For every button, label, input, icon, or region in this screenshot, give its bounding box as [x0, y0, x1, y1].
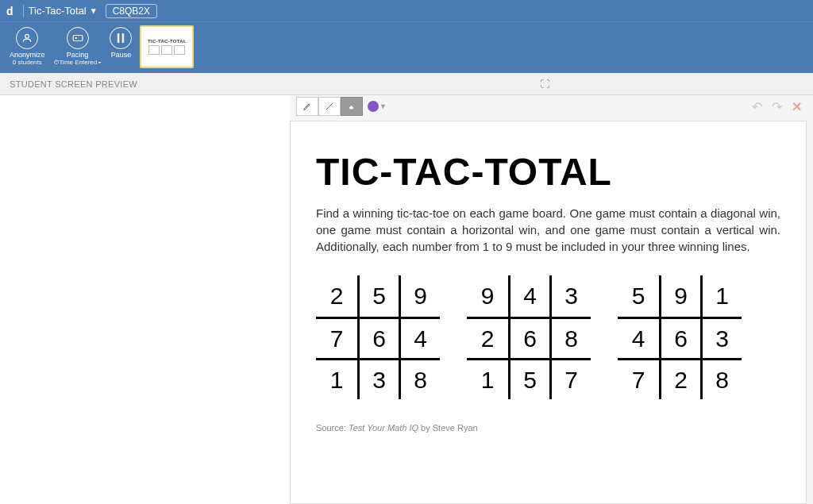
source-book: Test Your Math IQ [349, 423, 418, 433]
slide-canvas[interactable]: TIC-TAC-TOTAL Find a winning tic-tac-toe… [290, 121, 807, 504]
pause-sublabel [120, 59, 121, 66]
board-cell: 2 [316, 275, 357, 317]
source-citation: Source: Test Your Math IQ by Steve Ryan [316, 423, 780, 433]
board-cell: 7 [549, 358, 591, 399]
right-pane: ▼ ↶ ↷ ✕ TIC-TAC-TOTAL Find a winning tic… [290, 95, 813, 504]
board-cell: 3 [549, 275, 591, 317]
board-cell: 9 [659, 275, 700, 317]
board-cell: 3 [700, 317, 742, 358]
anonymize-button[interactable]: Anonymize 0 students [6, 25, 48, 67]
source-prefix: Source: [316, 423, 349, 433]
board-cell: 4 [508, 275, 549, 317]
board-cell: 1 [467, 358, 508, 399]
line-tool[interactable] [318, 97, 341, 116]
slide-title: TIC-TAC-TOTAL [316, 150, 780, 194]
game-board-1: 2 5 9 7 6 4 1 3 8 [316, 275, 440, 399]
subheader: STUDENT SCREEN PREVIEW ⛶ [0, 73, 813, 95]
svg-rect-3 [118, 33, 120, 43]
slide-thumbnail[interactable]: TIC-TAC-TOTAL [140, 25, 194, 68]
app-logo[interactable]: d [6, 5, 13, 17]
slide-instructions: Find a winning tic-tac-toe on each game … [316, 205, 780, 255]
header-toolbar: Anonymize 0 students Pacing ⏱Time Entere… [0, 22, 813, 73]
header-top-bar: d Tic-Tac-Total ▼ C8QB2X [0, 0, 813, 22]
svg-rect-1 [73, 36, 83, 41]
title-dropdown-icon[interactable]: ▼ [90, 6, 98, 15]
subheader-label: STUDENT SCREEN PREVIEW [10, 79, 137, 89]
anonymize-label: Anonymize [10, 51, 45, 59]
board-cell: 3 [357, 358, 399, 399]
board-cell: 6 [508, 317, 549, 358]
game-board-3: 5 9 1 4 6 3 7 2 8 [618, 275, 742, 399]
color-picker[interactable] [368, 101, 379, 112]
board-cell: 8 [549, 317, 591, 358]
pacing-icon [67, 27, 89, 49]
board-cell: 1 [316, 358, 357, 399]
game-board-2: 9 4 3 2 6 8 1 5 7 [467, 275, 591, 399]
board-cell: 7 [618, 358, 659, 399]
pacing-button[interactable]: Pacing ⏱Time Entered ▾ [50, 25, 106, 67]
color-dropdown-icon[interactable]: ▼ [380, 102, 387, 110]
eraser-tool[interactable] [341, 97, 363, 116]
fullscreen-icon[interactable]: ⛶ [540, 79, 549, 90]
board-cell: 8 [399, 358, 440, 399]
board-cell: 2 [467, 317, 508, 358]
divider [23, 5, 24, 17]
board-cell: 2 [659, 358, 700, 399]
close-button[interactable]: ✕ [792, 99, 802, 114]
thumb-grids [148, 45, 185, 55]
workspace: ▼ ↶ ↷ ✕ TIC-TAC-TOTAL Find a winning tic… [0, 95, 813, 504]
pause-icon [110, 27, 132, 49]
class-code[interactable]: C8QB2X [106, 4, 157, 18]
board-cell: 9 [467, 275, 508, 317]
board-cell: 9 [399, 275, 440, 317]
pause-label: Pause [111, 51, 132, 59]
board-cell: 5 [508, 358, 549, 399]
pencil-tool[interactable] [296, 97, 318, 116]
board-cell: 7 [316, 317, 357, 358]
anonymize-icon [16, 27, 38, 49]
source-suffix: by Steve Ryan [418, 423, 478, 433]
board-cell: 8 [700, 358, 742, 399]
board-cell: 6 [659, 317, 700, 358]
document-title[interactable]: Tic-Tac-Total [29, 5, 87, 17]
board-cell: 6 [357, 317, 399, 358]
pacing-sublabel: ⏱Time Entered ▾ [53, 59, 102, 66]
drawing-toolbar: ▼ ↶ ↷ ✕ [290, 95, 813, 117]
board-cell: 4 [399, 317, 440, 358]
svg-point-2 [75, 37, 76, 38]
app-header: d Tic-Tac-Total ▼ C8QB2X Anonymize 0 stu… [0, 0, 813, 73]
board-cell: 5 [357, 275, 399, 317]
board-cell: 4 [618, 317, 659, 358]
board-cell: 1 [700, 275, 742, 317]
anonymize-sublabel: 0 students [13, 59, 42, 66]
board-cell: 5 [618, 275, 659, 317]
pacing-label: Pacing [67, 51, 89, 59]
left-pane [0, 95, 290, 504]
game-boards: 2 5 9 7 6 4 1 3 8 9 4 3 2 6 8 1 [316, 275, 780, 399]
svg-point-0 [25, 34, 29, 38]
pause-button[interactable]: Pause [106, 25, 135, 67]
undo-button[interactable]: ↶ [752, 99, 762, 114]
redo-button[interactable]: ↷ [772, 99, 782, 114]
svg-rect-4 [122, 33, 125, 43]
thumb-title: TIC-TAC-TOTAL [148, 39, 187, 44]
